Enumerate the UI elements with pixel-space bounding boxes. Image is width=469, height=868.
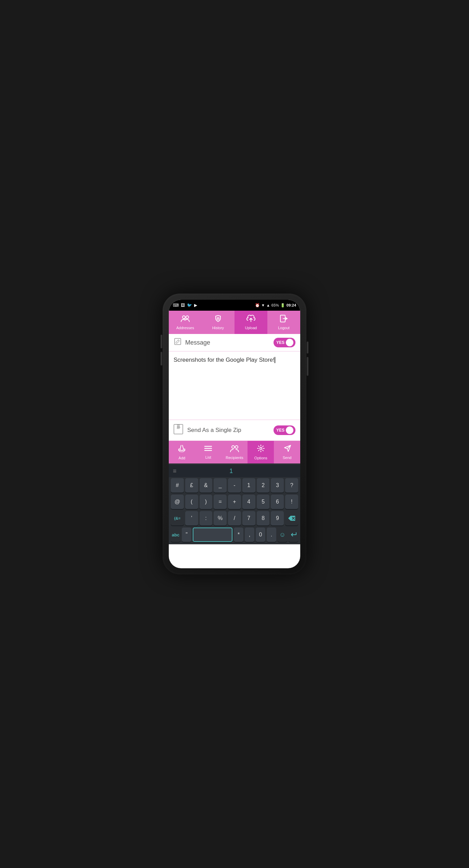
- key-8[interactable]: 8: [257, 511, 270, 525]
- battery-percent: 65%: [271, 303, 279, 307]
- history-icon: [214, 315, 222, 324]
- kb-hint: 1: [177, 468, 286, 475]
- kb-menu-icon: ≡: [173, 468, 177, 475]
- volume-button-mid[interactable]: [307, 357, 308, 376]
- message-header: Message YES: [169, 334, 300, 351]
- tab-history[interactable]: History: [202, 311, 234, 334]
- toolbar-recipients[interactable]: Recipients: [221, 441, 248, 463]
- tab-upload-label: Upload: [245, 326, 257, 330]
- upload-icon: [246, 315, 255, 324]
- key-2[interactable]: 2: [257, 478, 270, 493]
- phone-screen: ⌨ 🖼 🐦 ▶ ⏰ ▼ ▲ 65% 🔋 09:24: [169, 300, 300, 568]
- key-amp[interactable]: &: [200, 478, 213, 493]
- key-slash[interactable]: /: [228, 511, 241, 525]
- add-label: Add: [179, 456, 186, 460]
- message-edit-icon: [174, 337, 182, 348]
- toolbar-add[interactable]: Add: [169, 441, 195, 463]
- svg-point-1: [186, 316, 189, 319]
- key-pound[interactable]: £: [185, 478, 198, 493]
- tab-addresses[interactable]: Addresses: [169, 311, 202, 334]
- logout-icon: [280, 315, 288, 324]
- key-abc[interactable]: abc: [171, 528, 180, 542]
- key-5[interactable]: 5: [257, 495, 270, 509]
- key-6[interactable]: 6: [271, 495, 284, 509]
- key-exclaim[interactable]: !: [285, 495, 298, 509]
- options-label: Options: [254, 456, 267, 460]
- key-colon[interactable]: :: [200, 511, 213, 525]
- key-underscore[interactable]: _: [214, 478, 227, 493]
- key-percent[interactable]: %: [214, 511, 227, 525]
- key-dquote[interactable]: ": [182, 528, 191, 542]
- volume-button-top[interactable]: [307, 342, 308, 354]
- youtube-icon: ▶: [194, 303, 197, 308]
- keyboard-toolbar: ≡ 1: [169, 465, 300, 477]
- wifi-icon: ▼: [261, 303, 265, 307]
- message-toggle[interactable]: YES: [274, 338, 295, 347]
- time: 09:24: [287, 303, 296, 307]
- svg-point-17: [260, 447, 262, 449]
- key-emoji[interactable]: ☺: [278, 528, 287, 542]
- tab-logout-label: Logout: [278, 326, 290, 330]
- kb-row-2: @ ( ) = + 4 5 6 !: [169, 494, 300, 510]
- recipients-icon: [230, 445, 239, 454]
- key-0[interactable]: 0: [256, 528, 265, 542]
- toolbar-options[interactable]: Options: [248, 441, 274, 463]
- kb-row-4: abc " * , 0 . ☺: [169, 526, 300, 543]
- key-lparen[interactable]: (: [185, 495, 198, 509]
- tab-upload[interactable]: Upload: [234, 311, 267, 334]
- zip-section: ZIP Send As a Single Zip YES: [169, 420, 300, 441]
- key-1[interactable]: 1: [242, 478, 255, 493]
- add-icon: [178, 444, 186, 455]
- key-space[interactable]: [193, 528, 232, 542]
- key-dot[interactable]: .: [267, 528, 276, 542]
- kb-toolbar-left: ≡: [173, 468, 177, 475]
- key-at[interactable]: @: [171, 495, 184, 509]
- key-question[interactable]: ?: [285, 478, 298, 493]
- alarm-icon: ⏰: [255, 303, 260, 308]
- addresses-icon: [181, 315, 190, 324]
- list-label: List: [205, 455, 211, 459]
- keyboard-icon: ⌨: [173, 303, 179, 308]
- svg-rect-4: [175, 338, 181, 345]
- toolbar-list[interactable]: List: [195, 441, 221, 463]
- tab-logout[interactable]: Logout: [267, 311, 300, 334]
- key-dash[interactable]: -: [228, 478, 241, 493]
- key-9[interactable]: 9: [271, 511, 284, 525]
- recipients-label: Recipients: [226, 456, 243, 460]
- options-icon: [257, 444, 265, 455]
- side-button-1[interactable]: [161, 335, 162, 348]
- key-hash[interactable]: #: [171, 478, 184, 493]
- image-icon: 🖼: [181, 303, 185, 308]
- key-4[interactable]: 4: [242, 495, 255, 509]
- text-cursor: [275, 357, 275, 363]
- key-equals[interactable]: =: [214, 495, 227, 509]
- zip-toggle-circle: [286, 426, 293, 434]
- svg-point-15: [232, 446, 234, 448]
- kb-row-1: # £ & _ - 1 2 3 ?: [169, 477, 300, 494]
- phone-frame: ⌨ 🖼 🐦 ▶ ⏰ ▼ ▲ 65% 🔋 09:24: [163, 294, 306, 574]
- twitter-icon: 🐦: [187, 303, 192, 308]
- kb-row-3: {&= ' : % / 7 8 9: [169, 510, 300, 526]
- key-rparen[interactable]: ): [200, 495, 213, 509]
- signal-icon: ▲: [266, 303, 270, 307]
- zip-icon: ZIP: [174, 424, 183, 436]
- key-plus[interactable]: +: [228, 495, 241, 509]
- key-star[interactable]: *: [234, 528, 243, 542]
- key-7[interactable]: 7: [242, 511, 255, 525]
- svg-point-0: [182, 316, 185, 319]
- side-button-2[interactable]: [161, 352, 162, 365]
- message-textarea[interactable]: Screenshots for the Google Play Store!: [169, 351, 300, 420]
- zip-toggle[interactable]: YES: [274, 425, 295, 435]
- key-backspace[interactable]: [285, 511, 298, 525]
- key-quote[interactable]: ': [185, 511, 198, 525]
- key-comma[interactable]: ,: [245, 528, 254, 542]
- zip-title: Send As a Single Zip: [187, 427, 241, 434]
- key-3[interactable]: 3: [271, 478, 284, 493]
- key-symbols[interactable]: {&=: [171, 511, 184, 525]
- toolbar-send[interactable]: Send: [274, 441, 300, 463]
- bottom-toolbar: Add List: [169, 441, 300, 463]
- svg-point-16: [235, 446, 238, 448]
- key-enter[interactable]: [289, 528, 298, 542]
- tab-history-label: History: [212, 326, 224, 330]
- send-label: Send: [283, 456, 292, 460]
